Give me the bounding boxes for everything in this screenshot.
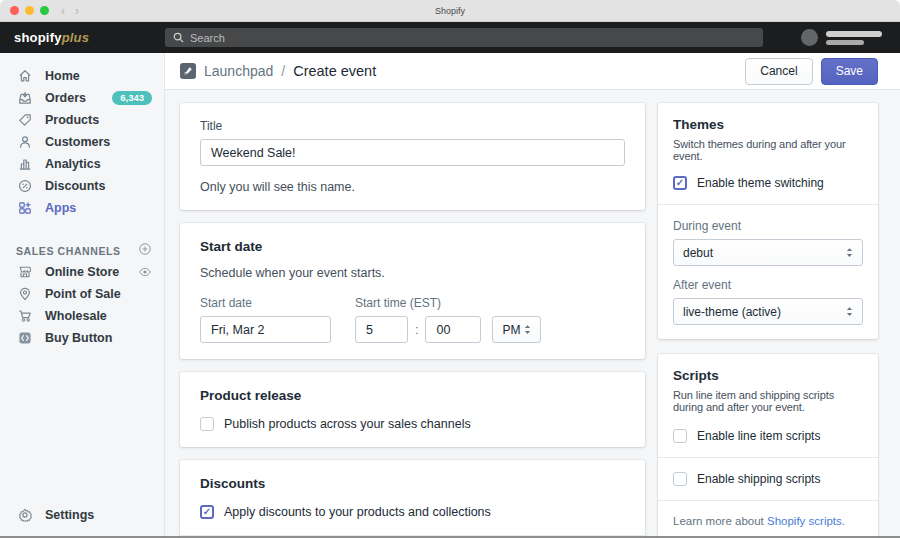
sidebar-item-label: Home bbox=[45, 69, 80, 83]
page-content: Title Only you will see this name. Start… bbox=[165, 90, 900, 538]
wholesale-icon bbox=[16, 308, 33, 325]
user-menu[interactable] bbox=[801, 29, 900, 46]
during-event-select[interactable]: debut bbox=[673, 239, 863, 266]
during-event-value: debut bbox=[683, 246, 713, 260]
enable-theme-switching-row[interactable]: ✓ Enable theme switching bbox=[673, 176, 863, 190]
title-help-text: Only you will see this name. bbox=[200, 180, 625, 194]
checkbox-unchecked-icon[interactable] bbox=[673, 472, 687, 486]
sidebar-item-products[interactable]: Products bbox=[0, 109, 164, 131]
shopify-scripts-link[interactable]: Shopify scripts bbox=[767, 515, 842, 527]
select-stepper-icon bbox=[524, 324, 531, 335]
user-name-placeholder bbox=[826, 31, 882, 45]
sidebar-item-online-store[interactable]: Online Store bbox=[0, 261, 164, 283]
sidebar-item-discounts[interactable]: Discounts bbox=[0, 175, 164, 197]
sidebar-item-wholesale[interactable]: Wholesale bbox=[0, 305, 164, 327]
main-area: Launchpad / Create event Cancel Save Tit… bbox=[165, 53, 900, 538]
sidebar-item-orders[interactable]: Orders 6,343 bbox=[0, 87, 164, 109]
sidebar-item-label: Buy Button bbox=[45, 331, 112, 345]
sidebar-item-label: Analytics bbox=[45, 157, 101, 171]
sidebar-item-label: Online Store bbox=[45, 265, 119, 279]
start-date-input[interactable] bbox=[200, 316, 331, 343]
enable-shipping-scripts-label: Enable shipping scripts bbox=[697, 472, 820, 486]
start-date-heading: Start date bbox=[200, 239, 625, 254]
themes-card: Themes Switch themes during and after yo… bbox=[658, 103, 878, 339]
enable-line-item-scripts-row[interactable]: Enable line item scripts bbox=[673, 429, 863, 443]
enable-theme-switching-label: Enable theme switching bbox=[697, 176, 824, 190]
sidebar-item-customers[interactable]: Customers bbox=[0, 131, 164, 153]
sales-channels-title: SALES CHANNELS bbox=[16, 245, 121, 257]
sidebar-item-home[interactable]: Home bbox=[0, 65, 164, 87]
global-search-bar[interactable] bbox=[165, 28, 763, 47]
meridiem-value: PM bbox=[502, 323, 520, 337]
add-sales-channel-icon[interactable] bbox=[138, 242, 152, 260]
start-date-card: Start date Schedule when your event star… bbox=[180, 223, 645, 359]
user-name-bar bbox=[826, 31, 882, 37]
checkbox-checked-icon[interactable]: ✓ bbox=[200, 505, 214, 519]
after-event-label: After event bbox=[673, 278, 863, 292]
select-stepper-icon bbox=[846, 306, 853, 317]
enable-line-item-scripts-label: Enable line item scripts bbox=[697, 429, 820, 443]
breadcrumb-app-link[interactable]: Launchpad bbox=[204, 63, 273, 79]
sidebar-item-buy-button[interactable]: Buy Button bbox=[0, 327, 164, 349]
sales-channels-header: SALES CHANNELS bbox=[0, 241, 164, 261]
publish-products-checkbox-row[interactable]: Publish products across your sales chann… bbox=[200, 417, 625, 431]
store-name-bar bbox=[826, 40, 864, 45]
sidebar-item-apps[interactable]: Apps bbox=[0, 197, 164, 219]
publish-products-label: Publish products across your sales chann… bbox=[224, 417, 471, 431]
learn-more-suffix: . bbox=[842, 515, 845, 527]
point-of-sale-icon bbox=[16, 286, 33, 303]
sidebar-item-analytics[interactable]: Analytics bbox=[0, 153, 164, 175]
meridiem-select[interactable]: PM bbox=[492, 316, 541, 343]
scripts-heading: Scripts bbox=[673, 368, 863, 383]
save-button[interactable]: Save bbox=[821, 58, 878, 85]
cancel-button[interactable]: Cancel bbox=[745, 58, 812, 85]
themes-heading: Themes bbox=[673, 117, 863, 132]
product-release-heading: Product release bbox=[200, 388, 625, 403]
enable-shipping-scripts-row[interactable]: Enable shipping scripts bbox=[673, 472, 863, 486]
checkbox-unchecked-icon[interactable] bbox=[200, 417, 214, 431]
select-stepper-icon bbox=[846, 247, 853, 258]
browser-tab-title: Shopify bbox=[0, 6, 900, 16]
gear-icon bbox=[16, 507, 33, 524]
view-store-eye-icon[interactable] bbox=[138, 265, 152, 279]
time-separator: : bbox=[415, 323, 418, 337]
search-icon bbox=[173, 32, 184, 43]
shopify-plus-logo[interactable]: shopifyplus bbox=[0, 30, 165, 45]
search-input[interactable] bbox=[190, 32, 755, 44]
apply-discounts-checkbox-row[interactable]: ✓ Apply discounts to your products and c… bbox=[200, 505, 625, 519]
sidebar-item-settings[interactable]: Settings bbox=[0, 504, 164, 526]
checkbox-unchecked-icon[interactable] bbox=[673, 429, 687, 443]
page-title: Create event bbox=[293, 63, 376, 79]
scripts-card: Scripts Run line item and shipping scrip… bbox=[658, 354, 878, 538]
customers-icon bbox=[16, 134, 33, 151]
buy-button-icon bbox=[16, 330, 33, 347]
apply-discounts-label: Apply discounts to your products and col… bbox=[224, 505, 491, 519]
sidebar-item-point-of-sale[interactable]: Point of Sale bbox=[0, 283, 164, 305]
analytics-icon bbox=[16, 156, 33, 173]
event-title-input[interactable] bbox=[200, 139, 625, 166]
during-event-label: During event bbox=[673, 219, 863, 233]
online-store-icon bbox=[16, 264, 33, 281]
after-event-select[interactable]: live-theme (active) bbox=[673, 298, 863, 325]
logo-shopify-text: shopify bbox=[14, 30, 62, 45]
apps-icon bbox=[16, 200, 33, 217]
avatar bbox=[801, 29, 818, 46]
themes-description: Switch themes during and after your even… bbox=[673, 138, 863, 162]
title-field-label: Title bbox=[200, 119, 625, 133]
sidebar-item-label: Wholesale bbox=[45, 309, 107, 323]
minute-input[interactable] bbox=[425, 316, 481, 343]
checkbox-checked-icon[interactable]: ✓ bbox=[673, 176, 687, 190]
launchpad-app-icon bbox=[180, 63, 196, 79]
hour-input[interactable] bbox=[355, 316, 408, 343]
learn-more-text: Learn more about Shopify scripts. bbox=[673, 515, 863, 527]
sidebar-item-label: Settings bbox=[45, 508, 94, 522]
product-release-card: Product release Publish products across … bbox=[180, 372, 645, 447]
start-time-label: Start time (EST) bbox=[355, 296, 541, 310]
scripts-description: Run line item and shipping scripts durin… bbox=[673, 389, 863, 413]
orders-icon bbox=[16, 90, 33, 107]
title-card: Title Only you will see this name. bbox=[180, 103, 645, 210]
discounts-heading: Discounts bbox=[200, 476, 625, 491]
learn-more-prefix: Learn more about bbox=[673, 515, 764, 527]
logo-plus-text: plus bbox=[62, 30, 90, 45]
start-date-label: Start date bbox=[200, 296, 331, 310]
